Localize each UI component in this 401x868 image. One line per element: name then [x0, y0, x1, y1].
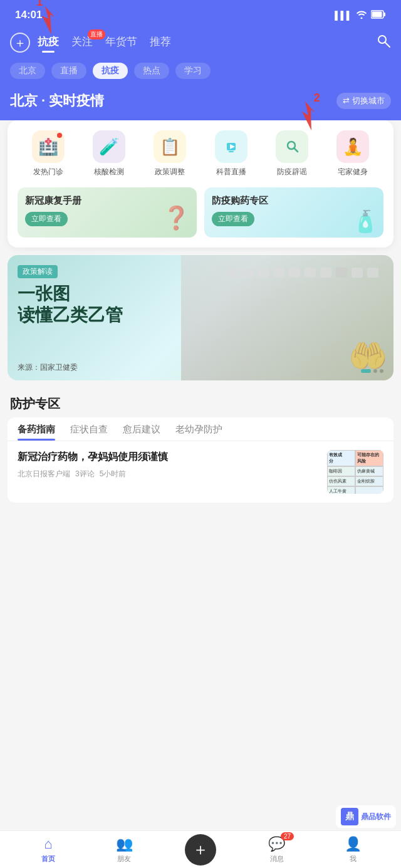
battery-icon	[371, 10, 386, 21]
icon-item-nucleic[interactable]: 🧪 核酸检测	[78, 130, 139, 177]
recovery-btn[interactable]: 立即查看	[25, 212, 68, 226]
policy-icon: 📋	[154, 130, 186, 163]
fever-label: 发热门诊	[33, 167, 63, 177]
thumb-header-1: 有效成分	[327, 450, 355, 466]
bottom-nav: ⌂ 首页 👥 朋友 ＋ 💬 27 消息 👤 我	[0, 830, 401, 868]
svg-line-4	[385, 43, 390, 47]
news-banner[interactable]: 🤲 政策解读 一张图 读懂乙类乙管 来源：国家卫健委	[8, 255, 393, 380]
article-text: 新冠治疗药物，孕妈妈使用须谨慎 北京日报客户端 3评论 5小时前	[18, 450, 320, 479]
add-button[interactable]: ＋	[10, 33, 30, 53]
icon-item-policy[interactable]: 📋 政策调整	[140, 130, 200, 177]
nav-messages[interactable]: 💬 27 消息	[239, 836, 315, 864]
svg-point-3	[378, 36, 386, 43]
icon-item-broadcast[interactable]: 科普直播	[200, 130, 261, 177]
nav-tab-follow[interactable]: 关注 直播	[71, 34, 93, 51]
annotation-arrow-2	[294, 99, 329, 133]
annotation-arrow-1	[33, 3, 70, 41]
article-title: 新冠治疗药物，孕妈妈使用须谨慎	[18, 450, 320, 464]
icon-item-fever[interactable]: 🏥 发热门诊	[18, 130, 78, 177]
article-card[interactable]: 新冠治疗药物，孕妈妈使用须谨慎 北京日报客户端 3评论 5小时前 有效成分 可能…	[8, 441, 393, 503]
nav-friends[interactable]: 👥 朋友	[86, 836, 163, 864]
annotation-1: 1	[36, 0, 43, 9]
protect-tabs: 备药指南 症状自查 愈后建议 老幼孕防护	[8, 417, 393, 441]
sub-tabs: 北京 直播 抗疫 热点 学习	[0, 58, 401, 86]
message-badge-wrap: 💬 27	[268, 836, 285, 852]
protect-tab-elder[interactable]: 老幼孕防护	[175, 417, 222, 441]
messages-label: 消息	[270, 854, 284, 864]
watermark: 鼎 鼎品软件	[336, 805, 396, 828]
nav-items: 抗疫 1 关注 直播 年货节 推荐	[38, 34, 376, 51]
home-label: 首页	[41, 854, 55, 864]
fitness-icon: 🧘	[336, 130, 369, 163]
medicine-title: 防疫购药专区	[212, 195, 376, 207]
svg-rect-8	[229, 151, 234, 152]
watermark-logo: 鼎	[341, 808, 358, 825]
sub-tab-live[interactable]: 直播	[51, 63, 86, 79]
nav-tab-kangyi[interactable]: 抗疫 1	[38, 34, 59, 51]
watermark-label: 鼎品软件	[361, 812, 391, 822]
friends-label: 朋友	[117, 854, 131, 864]
sub-tab-kangyi[interactable]: 抗疫	[93, 63, 128, 79]
city-switch-button[interactable]: ⇄ 切换城市	[336, 93, 391, 109]
recovery-decoration: ❓	[162, 205, 190, 231]
nav-tabs: ＋ 抗疫 1 关注 直播 年货节	[10, 33, 391, 58]
broadcast-icon	[215, 130, 247, 163]
article-thumbnail: 有效成分 可能存在的风险 咖啡因 伪麻黄碱 仿伤风素 金刚烷胺 人工牛黄	[327, 450, 383, 494]
protect-tab-recovery[interactable]: 愈后建议	[123, 417, 160, 441]
header: ＋ 抗疫 1 关注 直播 年货节	[0, 28, 401, 58]
status-icons: ▌▌▌	[335, 10, 386, 21]
profile-label: 我	[350, 854, 357, 864]
thumb-cell-3: 仿伤风素	[327, 476, 355, 486]
nucleic-icon: 🧪	[93, 130, 125, 163]
medicine-decoration: 🧴	[352, 209, 378, 234]
thumb-cell-6	[355, 486, 383, 494]
search-button[interactable]	[376, 33, 391, 52]
article-time: 5小时前	[100, 469, 127, 479]
svg-rect-1	[384, 13, 386, 16]
nav-tab-nianhuo[interactable]: 年货节	[105, 34, 137, 51]
icon-item-fitness[interactable]: 🧘 宅家健身	[323, 130, 383, 177]
icon-item-rumor[interactable]: 2 防疫辟谣	[261, 130, 322, 177]
article-source: 北京日报客户端	[18, 469, 70, 479]
broadcast-label: 科普直播	[216, 167, 246, 177]
message-badge: 27	[281, 832, 294, 840]
nav-tab-recommend[interactable]: 推荐	[150, 34, 171, 51]
nav-home[interactable]: ⌂ 首页	[10, 836, 86, 864]
nav-add-center[interactable]: ＋	[162, 834, 239, 865]
city-title: 北京 · 实时疫情	[10, 92, 104, 110]
sub-tab-study[interactable]: 学习	[175, 63, 211, 79]
fever-icon: 🏥	[32, 130, 65, 163]
thumb-cell-1: 咖啡因	[327, 466, 355, 476]
protect-tab-medicine[interactable]: 备药指南	[18, 417, 55, 441]
fitness-label: 宅家健身	[338, 167, 368, 177]
news-source: 来源：国家卫健委	[18, 362, 78, 373]
rumor-icon	[276, 130, 308, 163]
article-comments: 3评论	[75, 469, 95, 479]
policy-label: 政策调整	[155, 167, 185, 177]
icon-grid: 🏥 发热门诊 🧪 核酸检测 📋 政策调整	[18, 130, 383, 177]
protect-tab-symptom[interactable]: 症状自查	[70, 417, 108, 441]
sub-tab-hot[interactable]: 热点	[134, 63, 169, 79]
city-banner: 北京 · 实时疫情 ⇄ 切换城市	[0, 86, 401, 120]
friends-icon: 👥	[116, 836, 133, 852]
add-center-button[interactable]: ＋	[185, 834, 216, 865]
mini-banners: 新冠康复手册 立即查看 ❓ 防疫购药专区 立即查看 🧴	[18, 187, 383, 238]
medicine-btn[interactable]: 立即查看	[212, 212, 254, 226]
nav-profile[interactable]: 👤 我	[315, 836, 391, 864]
dot-1	[361, 369, 371, 373]
mini-banner-medicine[interactable]: 防疫购药专区 立即查看 🧴	[204, 187, 383, 238]
mini-banner-recovery[interactable]: 新冠康复手册 立即查看 ❓	[18, 187, 197, 238]
protect-section-header: 防护专区	[0, 388, 401, 417]
svg-rect-2	[372, 11, 382, 17]
sub-tab-beijing[interactable]: 北京	[10, 63, 45, 79]
home-icon: ⌂	[44, 836, 52, 852]
thumb-header-2: 可能存在的风险	[355, 450, 383, 466]
news-overlay: 政策解读 一张图 读懂乙类乙管 来源：国家卫健委	[8, 255, 393, 380]
news-dots	[361, 369, 383, 373]
annotation-2: 2	[314, 92, 320, 105]
nucleic-label: 核酸检测	[94, 167, 124, 177]
thumb-cell-2: 伪麻黄碱	[355, 466, 383, 476]
red-dot	[57, 133, 62, 138]
wifi-icon	[356, 10, 367, 21]
article-meta: 北京日报客户端 3评论 5小时前	[18, 469, 320, 479]
